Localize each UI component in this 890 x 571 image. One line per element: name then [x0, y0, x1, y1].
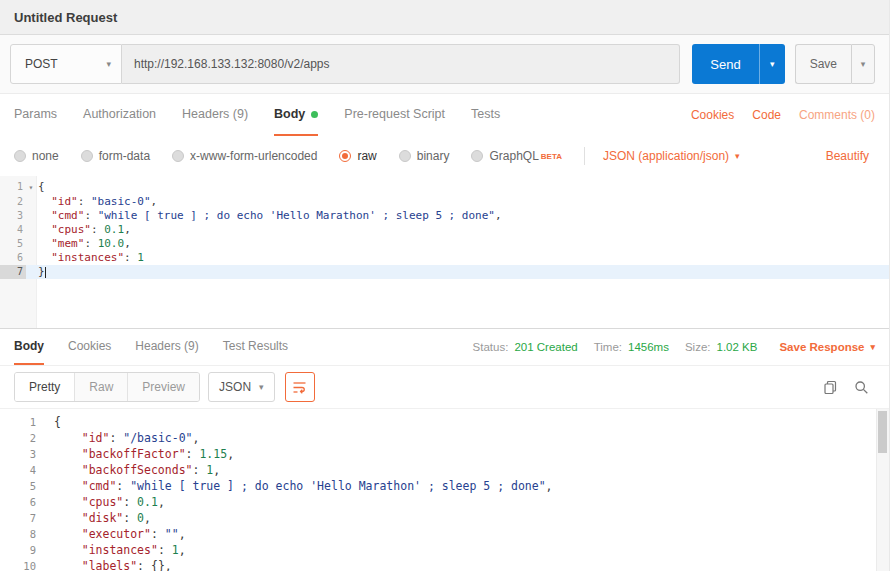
code-text: "mem": 10.0,: [36, 237, 131, 250]
tab-tests[interactable]: Tests: [471, 94, 500, 136]
comments-link[interactable]: Comments (0): [799, 108, 875, 122]
tab-tests-label: Tests: [471, 107, 500, 121]
code-text: {: [52, 415, 61, 429]
tab-authorization[interactable]: Authorization: [83, 94, 156, 136]
code-text: "id": "basic-0",: [36, 195, 157, 208]
code-line[interactable]: 6 "instances": 1: [0, 251, 889, 265]
cookies-link[interactable]: Cookies: [691, 108, 734, 122]
radio-form-data[interactable]: form-data: [81, 149, 150, 163]
code-line[interactable]: 5 "cmd": "while [ true ] ; do echo 'Hell…: [8, 478, 889, 494]
fold-caret-icon[interactable]: ▾: [26, 181, 36, 195]
size-label: Size:: [685, 341, 711, 353]
line-number: 3: [0, 209, 26, 223]
save-options-button[interactable]: ▾: [851, 44, 875, 84]
radio-graphql[interactable]: GraphQL BETA: [471, 149, 562, 163]
tab-headers[interactable]: Headers (9): [182, 94, 248, 136]
code-line[interactable]: 1{: [8, 414, 889, 430]
copy-button[interactable]: [823, 380, 838, 395]
response-tab-cookies[interactable]: Cookies: [68, 329, 111, 365]
code-line[interactable]: 6 "cpus": 0.1,: [8, 494, 889, 510]
beautify-link[interactable]: Beautify: [826, 149, 875, 163]
request-body-editor[interactable]: 1▾{2 "id": "basic-0",3 "cmd": "while [ t…: [0, 176, 889, 328]
radio-binary[interactable]: binary: [399, 149, 450, 163]
method-select-value: POST: [25, 57, 58, 71]
radio-urlencoded[interactable]: x-www-form-urlencoded: [172, 149, 317, 163]
response-format-select[interactable]: JSON ▾: [208, 372, 275, 402]
radio-form-data-label: form-data: [99, 149, 150, 163]
radio-raw[interactable]: raw: [339, 149, 376, 163]
postman-window: Untitled Request POST ▾ Send ▾ Save ▾ Pa…: [0, 0, 890, 571]
response-meta: Status: 201 Created Time: 1456ms Size: 1…: [463, 329, 875, 365]
radio-raw-label: raw: [357, 149, 376, 163]
url-input[interactable]: [122, 44, 680, 84]
request-bar: POST ▾ Send ▾ Save ▾: [0, 35, 889, 94]
response-tab-headers[interactable]: Headers (9): [135, 329, 198, 365]
view-raw-button[interactable]: Raw: [74, 373, 127, 401]
view-pretty-label: Pretty: [29, 380, 60, 394]
code-line[interactable]: 7 "disk": 0,: [8, 510, 889, 526]
content-type-select[interactable]: JSON (application/json) ▾: [603, 149, 740, 163]
code-line[interactable]: 7}: [0, 265, 889, 279]
radio-none[interactable]: none: [14, 149, 59, 163]
code-line[interactable]: 8 "executor": "",: [8, 526, 889, 542]
tab-body-label: Body: [274, 107, 305, 121]
save-button[interactable]: Save: [795, 44, 851, 84]
status-value: 201 Created: [514, 341, 577, 353]
code-line[interactable]: 2 "id": "basic-0",: [0, 195, 889, 209]
save-response-button[interactable]: Save Response ▾: [779, 341, 875, 353]
send-button[interactable]: Send: [692, 44, 758, 84]
response-tab-body[interactable]: Body: [14, 329, 44, 365]
response-tab-headers-label: Headers (9): [135, 339, 198, 353]
line-number: 7: [8, 510, 42, 526]
request-tabs: Params Authorization Headers (9) Body Pr…: [0, 94, 889, 136]
time-value: 1456ms: [628, 341, 669, 353]
code-line[interactable]: 10 "labels": {},: [8, 558, 889, 571]
response-tab-body-label: Body: [14, 339, 44, 353]
code-line[interactable]: 5 "mem": 10.0,: [0, 237, 889, 251]
code-line[interactable]: 2 "id": "/basic-0",: [8, 430, 889, 446]
tab-prerequest-script[interactable]: Pre-request Script: [344, 94, 445, 136]
code-line[interactable]: 4 "cpus": 0.1,: [0, 223, 889, 237]
code-line[interactable]: 9 "instances": 1,: [8, 542, 889, 558]
code-line[interactable]: 3 "cmd": "while [ true ] ; do echo 'Hell…: [0, 209, 889, 223]
wrap-lines-icon: [292, 380, 307, 395]
body-type-bar: none form-data x-www-form-urlencoded raw…: [0, 136, 889, 176]
tab-params[interactable]: Params: [14, 94, 57, 136]
view-preview-button[interactable]: Preview: [127, 373, 199, 401]
response-tab-test-results[interactable]: Test Results: [223, 329, 288, 365]
response-pane: Body Cookies Headers (9) Test Results St…: [0, 328, 889, 571]
code-text: "backoffSeconds": 1,: [52, 463, 220, 477]
line-number: 10: [8, 558, 42, 571]
tab-prerequest-label: Pre-request Script: [344, 107, 445, 121]
time-label: Time:: [594, 341, 622, 353]
graphql-beta-badge: BETA: [541, 152, 562, 161]
line-number: 4: [8, 462, 42, 478]
code-text: "id": "/basic-0",: [52, 431, 199, 445]
send-options-button[interactable]: ▾: [759, 44, 785, 84]
code-link[interactable]: Code: [752, 108, 781, 122]
method-select[interactable]: POST ▾: [10, 44, 122, 84]
view-preview-label: Preview: [142, 380, 185, 394]
response-tab-test-results-label: Test Results: [223, 339, 288, 353]
response-view-toggle: Pretty Raw Preview: [14, 372, 200, 402]
wrap-lines-button[interactable]: [285, 372, 315, 402]
line-number: 1: [0, 180, 26, 194]
radio-icon: [81, 150, 93, 162]
view-pretty-button[interactable]: Pretty: [15, 373, 74, 401]
line-number: 8: [8, 526, 42, 542]
status-label: Status:: [473, 341, 509, 353]
content-type-value: JSON (application/json): [603, 149, 729, 163]
radio-icon: [399, 150, 411, 162]
tab-body[interactable]: Body: [274, 94, 318, 136]
code-text: "cmd": "while [ true ] ; do echo 'Hello …: [36, 209, 502, 222]
code-line[interactable]: 1▾{: [0, 180, 889, 195]
code-text: "cpus": 0.1,: [52, 495, 165, 509]
chevron-down-icon: ▾: [735, 151, 740, 161]
search-button[interactable]: [854, 380, 869, 395]
response-body-editor[interactable]: 1{2 "id": "/basic-0",3 "backoffFactor": …: [0, 409, 889, 571]
code-line[interactable]: 3 "backoffFactor": 1.15,: [8, 446, 889, 462]
code-line[interactable]: 4 "backoffSeconds": 1,: [8, 462, 889, 478]
chevron-down-icon: ▾: [870, 342, 875, 352]
chevron-down-icon: ▾: [770, 59, 775, 69]
chevron-down-icon: ▾: [106, 59, 111, 69]
